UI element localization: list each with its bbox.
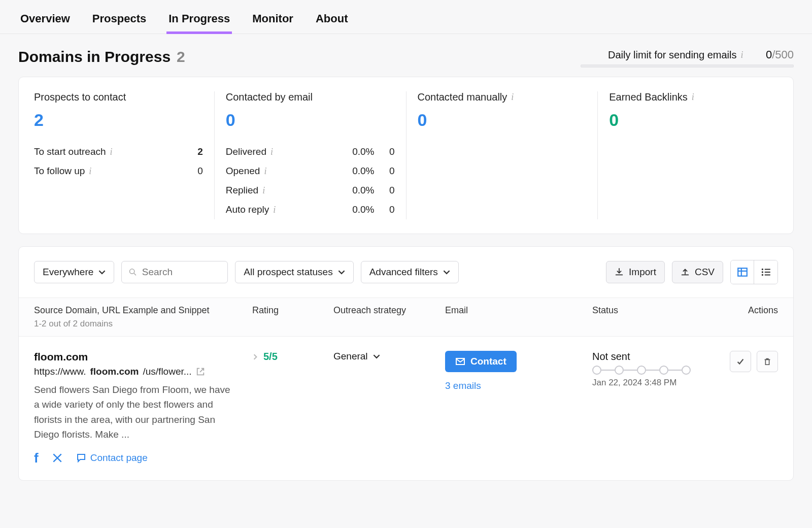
chevron-down-icon <box>373 353 380 360</box>
advanced-filters-dropdown[interactable]: Advanced filters <box>361 261 459 283</box>
row-rating[interactable]: 5/5 <box>252 351 333 362</box>
info-icon[interactable]: i <box>273 205 276 215</box>
import-label: Import <box>629 267 656 278</box>
row-strategy-label: General <box>333 351 368 362</box>
tab-monitor[interactable]: Monitor <box>250 4 295 34</box>
upload-icon <box>681 268 690 277</box>
tab-about[interactable]: About <box>314 4 350 34</box>
trash-icon <box>763 357 772 366</box>
stat-manual-value[interactable]: 0 <box>418 110 587 130</box>
row-delivered-label: Delivered <box>226 146 266 157</box>
row-domain[interactable]: floom.com <box>34 351 252 363</box>
daily-limit-total: /500 <box>772 48 794 61</box>
tab-in-progress[interactable]: In Progress <box>166 4 232 34</box>
import-button[interactable]: Import <box>606 261 665 283</box>
col-actions: Actions <box>719 305 778 329</box>
advanced-label: Advanced filters <box>369 267 438 278</box>
scope-label: Everywhere <box>43 267 93 278</box>
table-header: Source Domain, URL Example and Snippet 1… <box>19 298 793 337</box>
contact-button-label: Contact <box>470 356 506 367</box>
tab-prospects[interactable]: Prospects <box>90 4 148 34</box>
info-icon[interactable]: i <box>262 185 265 196</box>
info-icon[interactable]: i <box>511 92 514 103</box>
daily-limit-label: Daily limit for sending emails <box>608 49 736 61</box>
domains-panel: Everywhere All prospect statuses Advance… <box>18 246 794 481</box>
row-rating-value: 5/5 <box>263 351 278 362</box>
table-row: floom.com https://www.floom.com/us/flowe… <box>19 337 793 480</box>
stats-panel: Prospects to contact 2 To start outreach… <box>18 77 794 234</box>
svg-line-1 <box>134 273 136 275</box>
download-icon <box>615 268 624 277</box>
row-autoreply-count: 0 <box>380 204 395 215</box>
info-icon[interactable]: i <box>270 147 273 157</box>
info-icon[interactable]: i <box>740 50 743 60</box>
page-title-text: Domains in Progress <box>18 48 171 65</box>
row-start-outreach-label: To start outreach <box>34 146 106 157</box>
row-strategy-dropdown[interactable]: General <box>333 351 445 362</box>
col-source: Source Domain, URL Example and Snippet <box>34 305 252 316</box>
scope-dropdown[interactable]: Everywhere <box>34 261 114 283</box>
search-box[interactable] <box>121 261 228 283</box>
stat-earned-title: Earned Backlinks <box>609 91 688 103</box>
row-start-outreach-count[interactable]: 2 <box>188 146 203 157</box>
daily-limit-bar <box>581 64 794 68</box>
facebook-icon[interactable]: f <box>34 450 39 466</box>
contact-page-link[interactable]: Contact page <box>76 452 148 464</box>
csv-button[interactable]: CSV <box>672 261 723 283</box>
svg-point-5 <box>762 269 763 270</box>
view-list-button[interactable] <box>754 260 777 284</box>
mail-icon <box>455 356 465 367</box>
status-label: All prospect statuses <box>244 267 332 278</box>
chevron-down-icon <box>338 269 345 276</box>
svg-point-6 <box>762 271 763 273</box>
svg-rect-2 <box>738 268 747 276</box>
stat-email-title: Contacted by email <box>226 91 395 103</box>
stat-prospects-value[interactable]: 2 <box>34 110 203 130</box>
row-replied-pct: 0.0% <box>339 185 375 196</box>
stat-manual: Contacted manually i 0 <box>407 91 598 219</box>
info-icon[interactable]: i <box>89 166 91 177</box>
info-icon[interactable]: i <box>264 166 266 177</box>
stat-email-value[interactable]: 0 <box>226 110 395 130</box>
contact-page-label: Contact page <box>90 452 148 464</box>
stat-prospects: Prospects to contact 2 To start outreach… <box>23 91 215 219</box>
search-icon <box>129 268 137 277</box>
row-follow-up-label: To follow up <box>34 166 85 177</box>
table-icon <box>737 267 748 278</box>
x-icon[interactable] <box>52 452 63 464</box>
info-icon[interactable]: i <box>692 92 694 103</box>
chevron-down-icon <box>443 269 450 276</box>
csv-label: CSV <box>695 267 715 278</box>
row-url-bold: floom.com <box>90 366 139 377</box>
col-rating: Rating <box>252 305 333 329</box>
row-replied-count: 0 <box>380 185 395 196</box>
mark-done-button[interactable] <box>730 351 751 372</box>
stat-earned-value[interactable]: 0 <box>609 110 778 130</box>
row-url[interactable]: https://www.floom.com/us/flower... <box>34 366 252 377</box>
search-input[interactable] <box>142 267 221 278</box>
page-title: Domains in Progress 2 <box>18 48 185 65</box>
contact-button[interactable]: Contact <box>445 351 517 372</box>
chat-icon <box>76 453 86 463</box>
col-email: Email <box>445 305 592 329</box>
chevron-right-icon <box>252 353 258 360</box>
row-timestamp: Jan 22, 2024 3:48 PM <box>592 378 719 388</box>
status-dropdown[interactable]: All prospect statuses <box>235 261 353 283</box>
row-opened-pct: 0.0% <box>339 166 375 177</box>
stat-email: Contacted by email 0 Delivered i0.0%0 Op… <box>215 91 407 219</box>
view-table-button[interactable] <box>731 260 754 284</box>
daily-limit-used: 0 <box>766 48 772 61</box>
emails-link[interactable]: 3 emails <box>445 380 592 391</box>
row-snippet: Send flowers San Diego from Floom, we ha… <box>34 382 237 442</box>
info-icon[interactable]: i <box>110 147 113 157</box>
delete-button[interactable] <box>757 351 778 372</box>
row-delivered-pct: 0.0% <box>339 146 375 157</box>
col-strategy: Outreach strategy <box>333 305 445 329</box>
tab-overview[interactable]: Overview <box>18 4 72 34</box>
svg-point-0 <box>130 269 134 274</box>
status-steps <box>592 366 719 375</box>
svg-point-7 <box>762 274 763 276</box>
external-link-icon[interactable] <box>196 367 205 376</box>
row-delivered-count: 0 <box>380 146 395 157</box>
col-status: Status <box>592 305 719 329</box>
